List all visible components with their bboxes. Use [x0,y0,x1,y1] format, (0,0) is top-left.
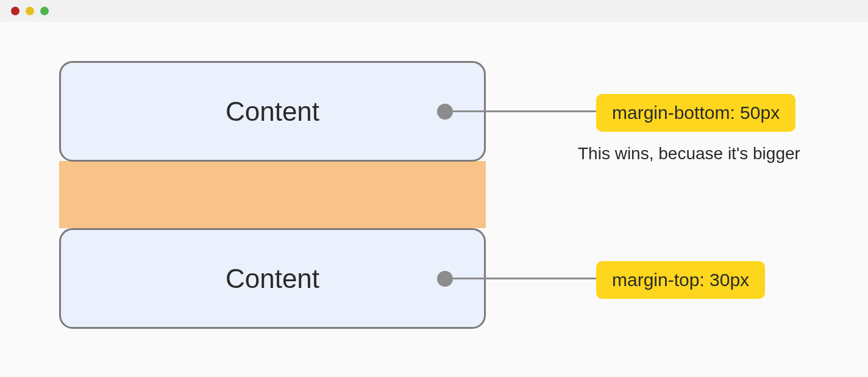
content-box-top: Content [59,61,486,162]
content-box-bottom-label: Content [226,264,319,294]
minimize-icon[interactable] [26,7,34,15]
content-box-bottom: Content [59,228,486,329]
content-box-top-label: Content [226,96,319,127]
margin-top-label: margin-top: 30px [612,270,749,290]
margin-highlight [59,161,486,228]
diagram-canvas: Content Content margin-bottom: 50px This… [0,22,868,377]
window-chrome [0,0,868,22]
connector-line-top [451,110,597,112]
margin-bottom-label: margin-bottom: 50px [612,102,780,123]
margin-bottom-badge: margin-bottom: 50px [596,94,795,132]
maximize-icon[interactable] [40,7,49,15]
caption-text: This wins, becuase it's bigger [578,144,800,163]
connector-line-bottom [451,278,597,279]
close-icon[interactable] [11,7,20,15]
margin-top-badge: margin-top: 30px [596,261,765,299]
